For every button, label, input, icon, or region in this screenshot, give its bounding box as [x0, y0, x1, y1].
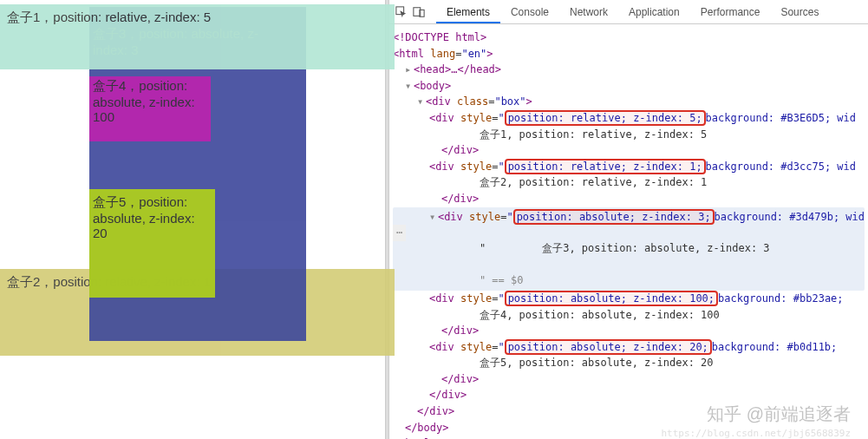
device-toolbar-icon[interactable]	[412, 5, 426, 19]
inspect-icon[interactable]	[395, 5, 408, 19]
rendered-viewport: 盒子3，position: absolute, z-index: 3 盒子1，p…	[0, 0, 385, 439]
dom-node-box1[interactable]: <div style="position: relative; z-index:…	[393, 110, 865, 127]
devtools-tabs: Elements Console Network Application Per…	[436, 1, 830, 23]
tab-console[interactable]: Console	[500, 1, 559, 23]
dom-node-box5[interactable]: <div style="position: absolute; z-index:…	[393, 339, 865, 356]
tab-network[interactable]: Network	[559, 1, 618, 23]
tab-sources[interactable]: Sources	[770, 1, 829, 23]
box-4: 盒子4，position: absolute, z-index: 100	[89, 76, 211, 141]
tab-elements[interactable]: Elements	[436, 1, 500, 23]
tab-application[interactable]: Application	[618, 1, 690, 23]
box-5: 盒子5，position: absolute, z-index: 20	[89, 189, 215, 298]
watermark-text: 知乎 @前端追逐者	[707, 403, 851, 426]
box-4-label: 盒子4，position: absolute, z-index: 100	[93, 78, 195, 124]
tab-performance[interactable]: Performance	[690, 1, 771, 23]
box-1-label: 盒子1，position: relative, z-index: 5	[7, 10, 211, 24]
watermark-url: https://blog.csdn.net/jbj6568839z	[661, 428, 851, 439]
dom-node-box4[interactable]: <div style="position: absolute; z-index:…	[393, 291, 865, 307]
doctype-node[interactable]: <!DOCTYPE html>	[393, 31, 486, 43]
box-1: 盒子1，position: relative, z-index: 5	[0, 4, 395, 69]
dom-node-box2[interactable]: <div style="position: relative; z-index:…	[393, 159, 865, 175]
ellipsis-icon[interactable]: ⋯	[393, 225, 406, 241]
devtools-header: Elements Console Network Application Per…	[389, 0, 868, 24]
box-5-label: 盒子5，position: absolute, z-index: 20	[93, 194, 195, 240]
head-node[interactable]: <head>…</head>	[414, 63, 501, 75]
dom-tree[interactable]: <!DOCTYPE html> <html lang="en"> ▸<head>…	[389, 24, 868, 439]
devtools-panel: Elements Console Network Application Per…	[389, 0, 868, 439]
dom-node-box3-selected[interactable]: ▾<div style="position: absolute; z-index…	[393, 207, 865, 291]
